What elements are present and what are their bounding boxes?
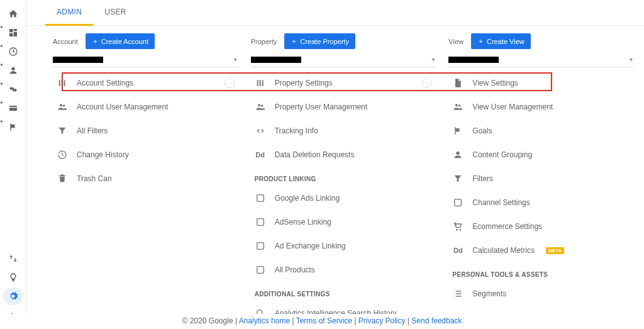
view-label: View — [448, 38, 464, 45]
group-icon — [452, 149, 464, 160]
property-linking-item-label: AdSense Linking — [275, 218, 331, 226]
additional-settings-header: ADDITIONAL SETTINGS — [251, 282, 436, 301]
top-tabs: ADMIN USER — [26, 0, 644, 26]
view-item[interactable]: Channel Settings — [448, 191, 634, 215]
account-item[interactable]: Account Settings→ — [53, 71, 238, 95]
settings-bars-icon — [57, 77, 68, 89]
account-item[interactable]: Trash Can — [53, 167, 238, 191]
property-selector[interactable]: ▼ — [251, 54, 436, 67]
account-item-label: Change History — [77, 150, 129, 159]
exchange-icon — [255, 240, 266, 252]
product-linking-header: PRODUCT LINKING — [251, 167, 436, 186]
footer-link[interactable]: Send feedback — [411, 316, 462, 325]
create-account-button[interactable]: ＋Create Account — [86, 33, 155, 49]
view-item-label: Goals — [472, 126, 492, 135]
account-item-label: Account User Management — [77, 103, 168, 111]
view-item[interactable]: Ecommerce Settings — [448, 215, 634, 238]
view-item[interactable]: Content Grouping — [448, 143, 634, 167]
home-icon[interactable] — [3, 5, 23, 23]
channel-icon — [452, 197, 464, 208]
history-icon — [57, 149, 68, 160]
view-item-label: View User Management — [472, 103, 553, 111]
transfer-arrow-icon[interactable]: → — [225, 78, 235, 88]
property-linking-item-label: Ad Exchange Linking — [275, 242, 346, 250]
dd-icon: Dd — [452, 245, 464, 256]
footer-link[interactable]: Terms of Service — [296, 316, 352, 325]
property-linking-item[interactable]: Ad Exchange Linking — [251, 234, 436, 258]
realtime-icon[interactable] — [3, 43, 23, 60]
conversions-icon[interactable] — [3, 118, 23, 136]
footer: © 2020 Google | Analytics home | Terms o… — [0, 314, 644, 328]
filter-icon — [57, 125, 68, 137]
view-item[interactable]: View User Management — [448, 95, 634, 119]
property-item-label: Property User Management — [275, 103, 367, 111]
acquisition-icon[interactable] — [3, 81, 23, 98]
account-item-label: All Filters — [77, 126, 108, 135]
account-label: Account — [53, 38, 78, 45]
account-item-label: Trash Can — [77, 174, 112, 183]
create-property-button[interactable]: ＋Create Property — [284, 33, 355, 49]
tab-user[interactable]: USER — [93, 0, 138, 25]
property-item-label: Data Deletion Requests — [275, 150, 355, 159]
view-personal-item-label: Segments — [472, 289, 506, 298]
users-icon — [255, 101, 266, 113]
users-icon — [57, 101, 68, 113]
page-icon — [452, 77, 464, 89]
audience-icon[interactable] — [3, 62, 23, 79]
account-item[interactable]: Change History — [53, 143, 238, 167]
view-item-label: Content Grouping — [472, 150, 532, 159]
discover-icon[interactable] — [3, 269, 23, 286]
property-linking-item[interactable]: All Products — [251, 258, 436, 282]
view-column: View ＋Create View ▼ View SettingsView Us… — [448, 33, 634, 329]
view-item[interactable]: View Settings — [448, 71, 634, 95]
account-item[interactable]: All Filters — [53, 119, 238, 143]
property-linking-item[interactable]: Google Ads Linking — [251, 186, 436, 210]
flag-icon — [452, 125, 464, 137]
view-item[interactable]: DdCalculated MetricsBETA — [448, 238, 634, 262]
beta-badge: BETA — [546, 247, 564, 254]
view-item[interactable]: Filters — [448, 167, 634, 191]
adsense-icon — [255, 216, 266, 228]
account-item[interactable]: Account User Management — [53, 95, 238, 119]
dashboard-icon[interactable] — [3, 24, 23, 42]
cart-icon — [452, 221, 464, 232]
view-item[interactable]: Goals — [448, 119, 634, 143]
settings-bars-icon — [255, 77, 266, 89]
property-item[interactable]: Property Settings→ — [251, 71, 436, 95]
view-personal-item[interactable]: Segments — [448, 282, 634, 306]
property-linking-item-label: All Products — [275, 265, 315, 274]
dd-icon: Dd — [255, 149, 266, 160]
attribution-icon[interactable] — [3, 250, 23, 267]
admin-gear-icon[interactable] — [3, 287, 23, 305]
account-selector[interactable]: ▼ — [53, 54, 238, 67]
view-selector[interactable]: ▼ — [448, 54, 634, 67]
transfer-arrow-icon[interactable]: → — [422, 78, 432, 88]
filter-icon — [452, 173, 464, 184]
property-item[interactable]: DdData Deletion Requests — [251, 143, 436, 167]
allproducts-icon — [255, 264, 266, 276]
segments-icon — [452, 288, 464, 299]
left-nav: ▸ ▸ ▸ ▸ ▸ ▸ — [0, 0, 26, 329]
property-linking-item[interactable]: AdSense Linking — [251, 210, 436, 234]
view-item-label: Channel Settings — [472, 198, 530, 207]
create-view-button[interactable]: ＋Create View — [471, 33, 531, 49]
footer-link[interactable]: Analytics home — [239, 316, 290, 325]
footer-link[interactable]: Privacy Policy — [358, 316, 406, 325]
tab-admin[interactable]: ADMIN — [45, 0, 93, 26]
trash-icon — [57, 173, 68, 184]
personal-tools-header: PERSONAL TOOLS & ASSETS — [448, 262, 634, 282]
users-icon — [452, 101, 464, 113]
code-icon — [255, 125, 266, 137]
property-item[interactable]: Property User Management — [251, 95, 436, 119]
property-column: Property ＋Create Property ▼ Property Set… — [251, 33, 436, 329]
account-item-label: Account Settings — [77, 79, 133, 87]
property-item-label: Property Settings — [275, 79, 333, 87]
ads-icon — [255, 192, 266, 204]
behavior-icon[interactable] — [3, 99, 23, 117]
view-item-label: Ecommerce Settings — [472, 222, 542, 231]
property-label: Property — [251, 38, 277, 45]
property-item[interactable]: Tracking Info — [251, 119, 436, 143]
view-item-label: Filters — [472, 174, 493, 183]
property-linking-item-label: Google Ads Linking — [275, 194, 340, 203]
property-item-label: Tracking Info — [275, 126, 318, 135]
